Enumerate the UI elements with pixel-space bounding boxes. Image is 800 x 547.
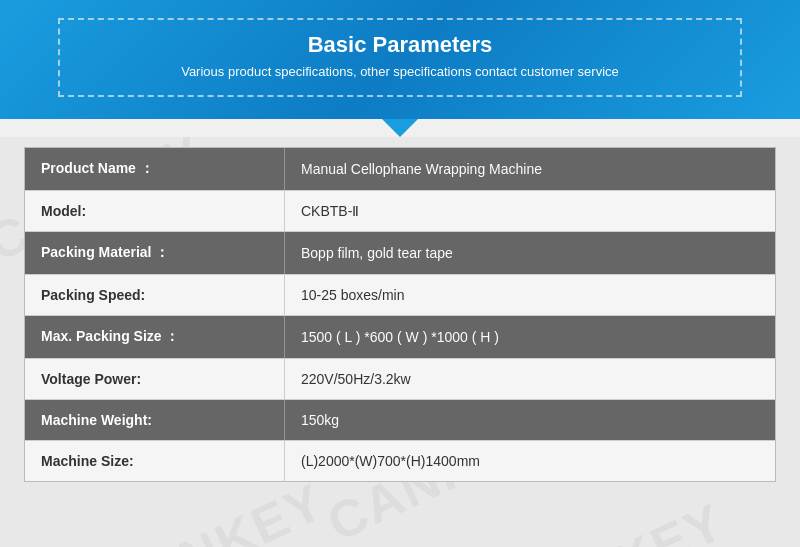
watermark-8: CANKEY (498, 491, 733, 547)
cell-value-7: (L)2000*(W)700*(H)1400mm (285, 441, 775, 481)
header-arrow (382, 119, 418, 137)
header-title: Basic Parameters (90, 32, 710, 58)
table-row: Packing Material ：Bopp film, gold tear t… (25, 232, 775, 275)
cell-label-5: Voltage Power: (25, 359, 285, 399)
table-row: Product Name ：Manual Cellophane Wrapping… (25, 148, 775, 191)
watermark-7: CANKEY (98, 471, 333, 547)
cell-label-4: Max. Packing Size ： (25, 316, 285, 358)
page-background: CANKEY CANKEY CANKEY CANKEY CANKEY CANKE… (0, 137, 800, 547)
cell-value-5: 220V/50Hz/3.2kw (285, 359, 775, 399)
cell-label-6: Machine Weight: (25, 400, 285, 440)
page-header: Basic Parameters Various product specifi… (0, 0, 800, 119)
cell-value-2: Bopp film, gold tear tape (285, 232, 775, 274)
cell-label-1: Model: (25, 191, 285, 231)
cell-label-0: Product Name ： (25, 148, 285, 190)
cell-value-4: 1500 ( L ) *600 ( W ) *1000 ( H ) (285, 316, 775, 358)
cell-value-3: 10-25 boxes/min (285, 275, 775, 315)
table-row: Model:CKBTB-Ⅱ (25, 191, 775, 232)
table-row: Packing Speed:10-25 boxes/min (25, 275, 775, 316)
header-inner-border: Basic Parameters Various product specifi… (58, 18, 742, 97)
parameters-table: Product Name ：Manual Cellophane Wrapping… (24, 147, 776, 482)
table-row: Machine Weight:150kg (25, 400, 775, 441)
cell-label-3: Packing Speed: (25, 275, 285, 315)
table-row: Machine Size:(L)2000*(W)700*(H)1400mm (25, 441, 775, 481)
cell-label-2: Packing Material ： (25, 232, 285, 274)
table-row: Max. Packing Size ：1500 ( L ) *600 ( W )… (25, 316, 775, 359)
cell-value-6: 150kg (285, 400, 775, 440)
table-row: Voltage Power:220V/50Hz/3.2kw (25, 359, 775, 400)
cell-value-0: Manual Cellophane Wrapping Machine (285, 148, 775, 190)
header-subtitle: Various product specifications, other sp… (90, 64, 710, 79)
cell-label-7: Machine Size: (25, 441, 285, 481)
cell-value-1: CKBTB-Ⅱ (285, 191, 775, 231)
